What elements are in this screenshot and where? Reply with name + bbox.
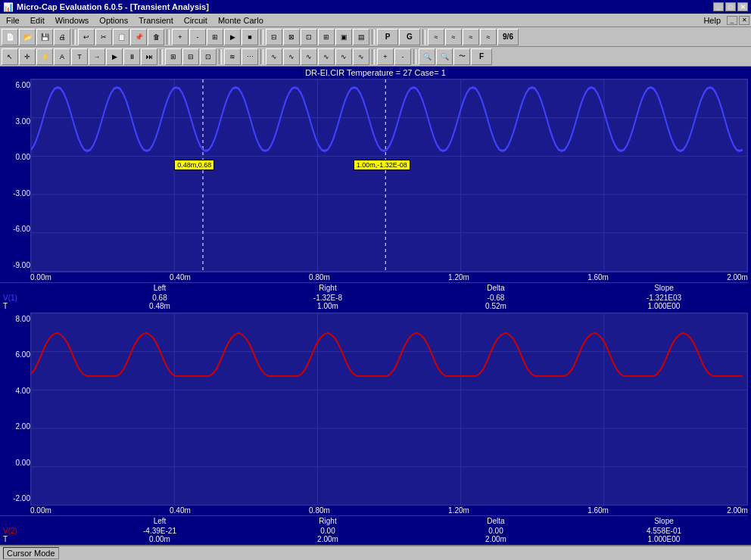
info1-left-label: Left	[76, 284, 244, 292]
tb-c1[interactable]: ≈	[428, 29, 444, 45]
info1-right-label: Right	[244, 284, 412, 292]
x2-04: 0.40m	[170, 506, 191, 515]
tb-open[interactable]: 📂	[19, 29, 36, 45]
sep6	[160, 49, 163, 64]
tb2-play[interactable]: ▶	[106, 48, 123, 65]
chart2-svg	[31, 313, 747, 506]
tb2-step[interactable]: ⏭	[141, 48, 157, 65]
tb-ratio[interactable]: 9/6	[497, 29, 519, 45]
tb2-f1[interactable]: ∿	[266, 48, 282, 65]
tb2-e2[interactable]: ⋯	[242, 48, 258, 65]
tb-save[interactable]: 💾	[36, 29, 53, 45]
tb-b5[interactable]: ▣	[335, 29, 352, 45]
menu-windows[interactable]: Windows	[51, 14, 94, 26]
x1-20: 2.00m	[727, 273, 748, 282]
tb2-text[interactable]: T	[71, 48, 88, 65]
tb-run[interactable]: ▶	[224, 29, 241, 45]
tb-b3[interactable]: ⊡	[301, 29, 317, 45]
tb-stop[interactable]: ■	[242, 29, 258, 45]
tb2-f5[interactable]: ∿	[335, 48, 352, 65]
tb-c2[interactable]: ≈	[445, 29, 462, 45]
tb-G[interactable]: G	[399, 29, 420, 45]
tb-delete[interactable]: 🗑	[148, 29, 164, 45]
toolbar-2: ↖ ✛ ⚡ A T → ▶ ⏸ ⏭ ⊞ ⊟ ⊡ ≋ ⋯ ∿ ∿ ∿ ∿ ∿ ∿ …	[0, 47, 751, 67]
window-title: Micro-Cap Evaluation 6.0.5 - [Transient …	[17, 2, 209, 11]
tb-c3[interactable]: ≈	[463, 29, 479, 45]
x2-16: 1.60m	[587, 506, 609, 515]
menu-help[interactable]: Help	[699, 14, 725, 26]
tb2-minus[interactable]: -	[394, 48, 411, 65]
chart1-area[interactable]: 0.48m,0.68 1.00m,-1.32E-08	[30, 79, 748, 272]
x1-08: 0.80m	[309, 273, 330, 282]
menu-options[interactable]: Options	[95, 14, 132, 26]
info1-slope-val: -1.321E031.000E00	[580, 294, 748, 310]
tb2-cursor[interactable]: ↖	[2, 48, 18, 65]
y2-0: 0.00	[0, 459, 30, 467]
chart2-area[interactable]	[30, 313, 748, 506]
sep2	[167, 30, 170, 45]
tb-b6[interactable]: ▤	[353, 29, 369, 45]
info2-slope-label: Slope	[580, 517, 748, 525]
tb2-plus[interactable]: +	[377, 48, 394, 65]
tb2-e1[interactable]: ≋	[224, 48, 241, 65]
tb2-arrow[interactable]: →	[89, 48, 105, 65]
chart2-x-axis: 0.00m 0.40m 0.80m 1.20m 1.60m 2.00m	[0, 506, 748, 515]
tb-paste[interactable]: 📌	[130, 29, 147, 45]
menu-bar: File Edit Windows Options Transient Circ…	[0, 14, 751, 27]
tb2-d1[interactable]: ⊞	[165, 48, 182, 65]
chart2-t-label: T	[3, 535, 8, 543]
tb2-F[interactable]: F	[471, 48, 492, 65]
minimize-btn[interactable]: _	[713, 2, 724, 11]
tb2-probe[interactable]: ⚡	[36, 48, 53, 65]
y2-6: 6.00	[0, 351, 30, 359]
chart1-t-label: T	[3, 302, 8, 310]
tb-undo[interactable]: ↩	[78, 29, 95, 45]
maximize-btn[interactable]: □	[725, 2, 736, 11]
menu-monte-carlo[interactable]: Monte Carlo	[213, 14, 268, 26]
sep10	[413, 49, 416, 64]
tb2-crosshair[interactable]: ✛	[19, 48, 36, 65]
menu-transient[interactable]: Transient	[134, 14, 177, 26]
tb2-f3[interactable]: ∿	[301, 48, 317, 65]
tb2-d3[interactable]: ⊡	[200, 48, 217, 65]
tb2-f2[interactable]: ∿	[283, 48, 300, 65]
tb-new[interactable]: 📄	[2, 29, 18, 45]
tb2-pause[interactable]: ⏸	[123, 48, 140, 65]
tb-c4[interactable]: ≈	[480, 29, 497, 45]
tb-copy[interactable]: 📋	[113, 29, 129, 45]
tb2-f6[interactable]: ∿	[353, 48, 369, 65]
close-btn[interactable]: ✕	[737, 2, 748, 11]
cursor2-label: 1.00m,-1.32E-08	[354, 160, 410, 170]
tb-zoom-out[interactable]: -	[189, 29, 206, 45]
tb2-f4[interactable]: ∿	[318, 48, 335, 65]
chart2-info-vals: V(2) T -4.39E-210.00m 0.002.00m 0.002.00…	[0, 526, 748, 545]
tb2-d2[interactable]: ⊟	[182, 48, 199, 65]
child-minimize-btn[interactable]: _	[727, 16, 737, 25]
x1-16: 1.60m	[587, 273, 609, 282]
x1-0: 0.00m	[30, 273, 51, 282]
info2-blank	[30, 517, 76, 525]
tb-b4[interactable]: ⊞	[318, 29, 335, 45]
info1-delta-val: -0.680.52m	[412, 294, 580, 310]
app-icon: 📊	[3, 2, 14, 12]
x1-12: 1.20m	[448, 273, 469, 282]
tb-zoom-in[interactable]: +	[172, 29, 189, 45]
tb2-label[interactable]: A	[54, 48, 70, 65]
sep3	[260, 30, 263, 45]
tb2-zoom1[interactable]: 🔍	[419, 48, 435, 65]
tb2-zoom2[interactable]: 🔍	[436, 48, 453, 65]
child-close-btn[interactable]: ✕	[739, 16, 749, 25]
chart1-signal-label: V(1) T	[0, 294, 76, 310]
tb-b2[interactable]: ⊠	[283, 29, 300, 45]
tb-zoom-fit[interactable]: ⊞	[207, 29, 223, 45]
tb2-wave[interactable]: 〜	[453, 48, 470, 65]
title-bar-controls[interactable]: _ □ ✕	[713, 2, 748, 11]
tb-b1[interactable]: ⊟	[266, 29, 282, 45]
menu-circuit[interactable]: Circuit	[179, 14, 212, 26]
tb-cut[interactable]: ✂	[95, 29, 112, 45]
tb-P[interactable]: P	[377, 29, 398, 45]
tb-print[interactable]: 🖨	[54, 29, 70, 45]
info2-delta-label: Delta	[412, 517, 580, 525]
menu-file[interactable]: File	[2, 14, 24, 26]
menu-edit[interactable]: Edit	[26, 14, 49, 26]
